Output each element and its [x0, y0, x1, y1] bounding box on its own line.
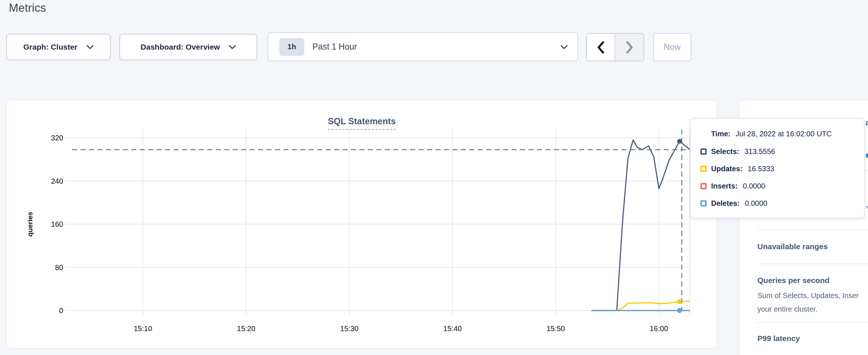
- chevron-down-icon: [229, 45, 236, 49]
- sql-statements-chart-panel: [6, 100, 717, 349]
- metrics-page: Metrics Graph: Cluster Dashboard: Overvi…: [0, 0, 868, 355]
- sidebar-divider: [757, 322, 868, 323]
- chevron-left-icon: [597, 41, 605, 54]
- graph-scope-dropdown[interactable]: Graph: Cluster: [6, 34, 111, 60]
- dashboard-label: Dashboard: Overview: [141, 43, 220, 51]
- time-range-badge: 1h: [279, 38, 304, 56]
- tooltip-series-label: Deletes:: [711, 199, 740, 208]
- now-button-label: Now: [664, 42, 681, 52]
- chart-title-wrap: SQL Statements: [0, 116, 724, 130]
- series-color-swatch-icon: [700, 166, 707, 172]
- tooltip-series-label: Selects:: [711, 147, 739, 156]
- sidebar-item-unavailable-ranges[interactable]: Unavailable ranges: [757, 242, 828, 251]
- chevron-down-icon: [560, 45, 568, 49]
- sidebar-divider: [757, 230, 868, 230]
- series-color-swatch-icon: [700, 200, 707, 207]
- chevron-down-icon: [86, 45, 94, 49]
- tooltip-series-rows: Selects:313.5556Updates:16.5333Inserts:0…: [700, 143, 857, 212]
- tooltip-series-label: Inserts:: [711, 182, 738, 190]
- tooltip-series-label: Updates:: [711, 165, 743, 173]
- sidebar-clipped-text-fragment: [866, 206, 868, 208]
- chevron-right-icon: [625, 41, 634, 54]
- tooltip-series-row: Selects:313.5556: [700, 143, 857, 160]
- time-range-selector[interactable]: 1h Past 1 Hour: [268, 32, 578, 61]
- sidebar-item-queries-per-second[interactable]: Queries per second: [757, 276, 829, 285]
- tooltip-series-value: 0.0000: [743, 182, 765, 190]
- series-color-swatch-icon: [700, 183, 707, 189]
- sidebar-item-description-line2: your entire cluster.: [757, 305, 817, 313]
- tooltip-series-row: Deletes:0.0000: [700, 195, 857, 212]
- sidebar-clipped-heading-fragment: a: [865, 118, 868, 127]
- sidebar-clipped-link-fragment: [866, 154, 868, 158]
- sidebar-item-p99-latency[interactable]: P99 latency: [757, 334, 800, 343]
- tooltip-series-value: 16.5333: [748, 165, 774, 173]
- chart-title[interactable]: SQL Statements: [328, 116, 396, 130]
- sidebar-item-description-line1: Sum of Selects, Updates, Inser: [757, 291, 859, 300]
- sidebar-divider: [757, 263, 868, 264]
- tooltip-time-value: Jul 28, 2022 at 16:02:00 UTC: [736, 130, 832, 138]
- prev-timeframe-button[interactable]: [587, 34, 615, 61]
- dashboard-dropdown[interactable]: Dashboard: Overview: [119, 34, 257, 60]
- tooltip-time-row: Time:Jul 28, 2022 at 16:02:00 UTC: [711, 130, 857, 138]
- tooltip-series-row: Inserts:0.0000: [700, 178, 857, 195]
- chart-hover-tooltip: Time:Jul 28, 2022 at 16:02:00 UTC Select…: [690, 118, 865, 218]
- tooltip-time-label: Time:: [711, 130, 731, 138]
- now-button[interactable]: Now: [653, 33, 691, 61]
- next-timeframe-button[interactable]: [615, 34, 643, 61]
- time-range-label: Past 1 Hour: [312, 42, 560, 52]
- graph-scope-label: Graph: Cluster: [23, 43, 77, 51]
- time-nav-buttons: [586, 33, 644, 61]
- tooltip-series-row: Updates:16.5333: [700, 160, 857, 178]
- tooltip-series-value: 0.0000: [745, 199, 767, 208]
- series-color-swatch-icon: [700, 148, 707, 155]
- page-title: Metrics: [9, 1, 46, 15]
- tooltip-series-value: 313.5556: [745, 147, 775, 156]
